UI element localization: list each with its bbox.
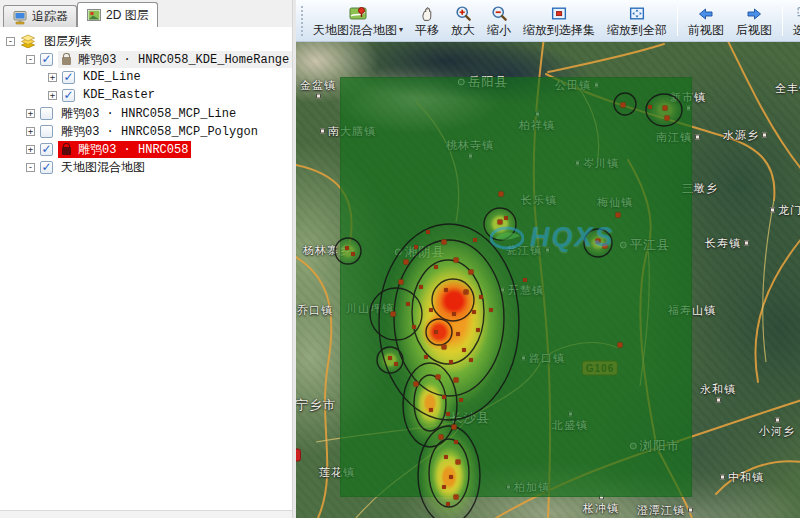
toolbar-button-caption: 后视图 <box>736 23 772 37</box>
toolbar-select-button[interactable]: 选择 <box>787 2 800 40</box>
toolbar-separator <box>782 6 783 36</box>
tree-row[interactable]: +✓雕鸮03 · HNRC058 <box>0 140 292 158</box>
tree-row[interactable]: +✓KDE_Raster <box>0 86 292 104</box>
toolbar-button-label: 缩小 <box>487 23 511 37</box>
tab-label: 2D 图层 <box>106 7 149 24</box>
expander-icon[interactable]: + <box>26 109 35 118</box>
zoom-out-icon <box>491 5 508 23</box>
tab-2d-layers[interactable]: 2D 图层 <box>77 2 158 27</box>
map-pin-icon <box>349 5 367 23</box>
map-image-icon <box>86 8 102 22</box>
toolbar-prev-view-button[interactable]: 前视图 <box>682 2 730 40</box>
select-cursor-icon <box>796 5 800 23</box>
layers-panel: 追踪器2D 图层 - 图层列表 -✓雕鸮03 · HNRC058_KDE_Hom… <box>0 0 292 518</box>
lock-icon <box>62 57 71 65</box>
toolbar-button-label: 选择 <box>793 23 800 37</box>
layers-icon <box>20 34 36 48</box>
toolbar-pan-button[interactable]: 平移 <box>409 2 445 40</box>
toolbar-button-caption: 缩放到选择集 <box>523 23 595 37</box>
tab-tracker[interactable]: 追踪器 <box>3 5 77 27</box>
toolbar-button-caption: 天地图混合地图▾ <box>313 23 403 37</box>
map-side: 天地图混合地图▾平移放大缩小缩放到选择集缩放到全部前视图后视图选择勾选 <box>296 0 800 518</box>
expander-icon[interactable]: + <box>26 127 35 136</box>
layer-label-text: 雕鸮03 · HNRC058_MCP_Line <box>61 105 236 122</box>
expander-icon[interactable]: - <box>6 37 15 46</box>
toolbar-button-caption: 平移 <box>415 23 439 37</box>
toolbar-grip[interactable] <box>299 6 304 36</box>
layer-label: KDE_Line <box>80 70 144 84</box>
layer-checkbox[interactable] <box>40 107 53 120</box>
expander-icon[interactable]: - <box>26 163 35 172</box>
layer-checkbox[interactable]: ✓ <box>62 89 75 102</box>
layer-label-text: 雕鸮03 · HNRC058_MCP_Polygon <box>61 123 258 140</box>
zoom-all-icon <box>628 5 646 23</box>
layer-tree[interactable]: - 图层列表 -✓雕鸮03 · HNRC058_KDE_HomeRange+✓K… <box>0 27 292 510</box>
layer-checkbox[interactable] <box>40 125 53 138</box>
hand-icon <box>419 5 436 23</box>
arrow-left-icon <box>697 5 715 23</box>
layer-checkbox[interactable]: ✓ <box>40 161 53 174</box>
layer-label-text: KDE_Line <box>83 70 141 84</box>
toolbar-button-label: 缩放到选择集 <box>523 23 595 37</box>
tab-label: 追踪器 <box>32 8 68 25</box>
panel-tabbar: 追踪器2D 图层 <box>0 0 292 27</box>
layer-label: 天地图混合地图 <box>58 159 148 176</box>
layer-label: KDE_Raster <box>80 88 158 102</box>
lock-icon <box>62 147 71 155</box>
map-canvas[interactable]: 金盆镇岳阳县南大膳镇柏祥镇桃林寺镇公田镇新市镇水源乡三墩乡全丰镇龙门镇长寿镇南江… <box>296 42 800 518</box>
toolbar-zoom-out-button[interactable]: 缩小 <box>481 2 517 40</box>
layer-label: 雕鸮03 · HNRC058_MCP_Line <box>58 105 239 122</box>
toolbar-zoom-selection-button[interactable]: 缩放到选择集 <box>517 2 601 40</box>
toolbar-button-caption: 缩小 <box>487 23 511 37</box>
layer-checkbox[interactable]: ✓ <box>62 71 75 84</box>
toolbar-button-caption: 缩放到全部 <box>607 23 667 37</box>
expander-icon[interactable]: + <box>48 91 57 100</box>
arrow-right-icon <box>745 5 763 23</box>
toolbar-button-caption: 放大 <box>451 23 475 37</box>
layer-checkbox[interactable]: ✓ <box>40 53 53 66</box>
layer-label: 雕鸮03 · HNRC058_MCP_Polygon <box>58 123 261 140</box>
toolbar-button-caption: 选择 <box>793 23 800 37</box>
layer-label: 雕鸮03 · HNRC058 <box>58 141 191 158</box>
toolbar-zoom-all-button[interactable]: 缩放到全部 <box>601 2 673 40</box>
tracker-icon <box>12 10 28 24</box>
map-toolbar: 天地图混合地图▾平移放大缩小缩放到选择集缩放到全部前视图后视图选择勾选 <box>296 0 800 42</box>
tree-row[interactable]: +✓KDE_Line <box>0 68 292 86</box>
tree-row[interactable]: +雕鸮03 · HNRC058_MCP_Polygon <box>0 122 292 140</box>
toolbar-button-label: 天地图混合地图 <box>313 23 397 37</box>
layer-label: 雕鸮03 · HNRC058_KDE_HomeRange <box>58 51 292 68</box>
zoom-in-icon <box>455 5 472 23</box>
toolbar-basemap-button[interactable]: 天地图混合地图▾ <box>307 2 409 40</box>
layer-label-text: KDE_Raster <box>83 88 155 102</box>
tree-row[interactable]: -✓天地图混合地图 <box>0 158 292 176</box>
toolbar-button-label: 平移 <box>415 23 439 37</box>
tree-root-row[interactable]: - 图层列表 <box>0 32 292 50</box>
toolbar-button-label: 前视图 <box>688 23 724 37</box>
gis-application-window: 追踪器2D 图层 - 图层列表 -✓雕鸮03 · HNRC058_KDE_Hom… <box>0 0 800 518</box>
expander-icon[interactable]: + <box>26 145 35 154</box>
tree-root-label: 图层列表 <box>41 33 95 50</box>
zoom-selection-icon <box>550 5 568 23</box>
toolbar-button-label: 缩放到全部 <box>607 23 667 37</box>
tree-row[interactable]: +雕鸮03 · HNRC058_MCP_Line <box>0 104 292 122</box>
layer-label-text: 雕鸮03 · HNRC058 <box>78 141 188 158</box>
kde-raster-overlay <box>340 77 692 497</box>
tree-row[interactable]: -✓雕鸮03 · HNRC058_KDE_HomeRange <box>0 50 292 68</box>
chevron-down-icon: ▾ <box>399 23 403 37</box>
toolbar-next-view-button[interactable]: 后视图 <box>730 2 778 40</box>
layer-label-text: 雕鸮03 · HNRC058_KDE_HomeRange <box>78 51 289 68</box>
layer-label-text: 天地图混合地图 <box>61 159 145 176</box>
layer-checkbox[interactable]: ✓ <box>40 143 53 156</box>
toolbar-button-label: 后视图 <box>736 23 772 37</box>
expander-icon[interactable]: - <box>26 55 35 64</box>
toolbar-button-caption: 前视图 <box>688 23 724 37</box>
horizontal-scrollbar[interactable] <box>0 510 292 518</box>
toolbar-zoom-in-button[interactable]: 放大 <box>445 2 481 40</box>
expander-icon[interactable]: + <box>48 73 57 82</box>
toolbar-separator <box>677 6 678 36</box>
toolbar-button-label: 放大 <box>451 23 475 37</box>
